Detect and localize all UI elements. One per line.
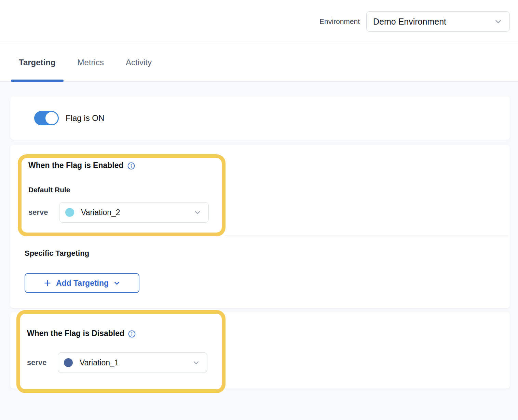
tab-activity[interactable]: Activity <box>118 43 160 81</box>
tab-metrics-label: Metrics <box>78 58 104 67</box>
plus-icon <box>43 279 52 287</box>
enabled-highlight-box: When the Flag is Enabled Default Rule se… <box>18 154 226 236</box>
chevron-down-icon <box>193 208 202 216</box>
disabled-variation-select[interactable]: Variation_1 <box>58 352 207 373</box>
tab-metrics[interactable]: Metrics <box>70 43 112 81</box>
tab-targeting[interactable]: Targeting <box>11 43 64 81</box>
tab-activity-label: Activity <box>126 58 152 67</box>
specific-targeting-title: Specific Targeting <box>25 249 89 258</box>
serve-label: serve <box>27 358 58 367</box>
variation-color-dot <box>64 358 73 367</box>
flag-toggle[interactable] <box>34 111 59 125</box>
flag-status-card: Flag is ON <box>10 96 510 140</box>
topbar: Environment Demo Environment <box>0 0 518 43</box>
enabled-section-title-text: When the Flag is Enabled <box>28 161 124 170</box>
enabled-variation-select[interactable]: Variation_2 <box>59 202 209 223</box>
variation-color-dot <box>65 208 74 217</box>
serve-label: serve <box>28 208 59 217</box>
tab-bar: Targeting Metrics Activity <box>0 43 518 82</box>
enabled-serve-row: serve Variation_2 <box>28 202 215 223</box>
toggle-knob <box>45 112 58 124</box>
chevron-down-icon <box>494 17 503 26</box>
main-content: Flag is ON When the Flag is Enabled Defa… <box>0 82 518 389</box>
environment-label: Environment <box>319 17 360 26</box>
environment-select-value: Demo Environment <box>373 17 446 27</box>
environment-group: Environment Demo Environment <box>319 11 510 32</box>
tab-targeting-label: Targeting <box>19 58 56 67</box>
disabled-serve-row: serve Variation_1 <box>27 352 215 373</box>
flag-status-label: Flag is ON <box>66 113 104 123</box>
active-tab-indicator <box>11 80 64 82</box>
add-targeting-label: Add Targeting <box>56 279 109 288</box>
disabled-highlight-box: When the Flag is Disabled serve Variatio… <box>16 310 226 393</box>
add-targeting-button[interactable]: Add Targeting <box>25 273 139 293</box>
environment-select[interactable]: Demo Environment <box>366 11 510 32</box>
info-icon[interactable] <box>128 330 136 338</box>
disabled-section-title-text: When the Flag is Disabled <box>27 329 124 338</box>
disabled-variation-name: Variation_1 <box>80 358 119 367</box>
enabled-variation-name: Variation_2 <box>81 208 120 217</box>
default-rule-label: Default Rule <box>28 186 215 194</box>
flag-enabled-card: When the Flag is Enabled Default Rule se… <box>10 145 510 308</box>
enabled-section-title: When the Flag is Enabled <box>28 161 215 170</box>
flag-disabled-card: When the Flag is Disabled serve Variatio… <box>10 312 510 389</box>
chevron-down-icon <box>192 359 200 367</box>
disabled-section-title: When the Flag is Disabled <box>27 329 215 338</box>
info-icon[interactable] <box>127 162 135 170</box>
chevron-down-icon <box>113 279 121 287</box>
section-divider <box>225 236 508 236</box>
